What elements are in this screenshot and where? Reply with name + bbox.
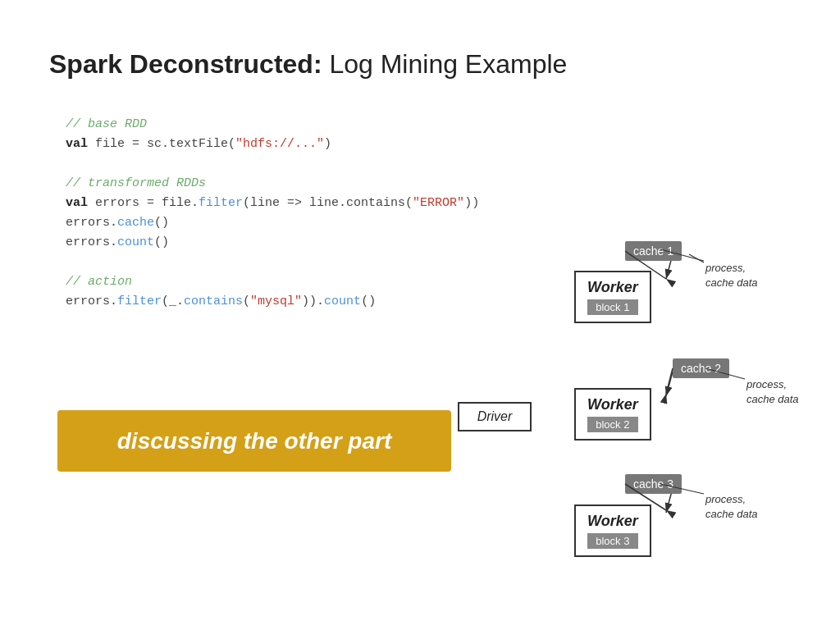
worker-group-3: Worker block 3 — [574, 504, 651, 557]
block-label-1: block 1 — [587, 299, 638, 315]
action-highlight-text: discussing the other part — [117, 428, 392, 454]
worker-box-3: Worker block 3 — [574, 504, 651, 557]
cache-badge-3: cache 3 — [625, 474, 682, 494]
svg-line-9 — [666, 368, 673, 394]
process-label-1: process,cache data — [705, 261, 758, 290]
worker-label-3: Worker — [587, 513, 638, 530]
title-bold: Spark Deconstructed: — [49, 49, 322, 79]
worker-group-1: Worker block 1 — [574, 271, 651, 323]
worker-box-1: Worker block 1 — [574, 271, 651, 323]
process-label-2: process,cache data — [746, 377, 799, 407]
block-label-2: block 2 — [587, 417, 638, 432]
code-line-file: val file = sc.textFile("hdfs://...") — [66, 135, 479, 154]
comment-transformed-rdds: // transformed RDDs — [66, 174, 479, 194]
worker-group-2: Worker block 2 — [574, 388, 651, 441]
driver-label: Driver — [477, 409, 513, 424]
cache-badge-1: cache 1 — [625, 241, 682, 261]
cache-badge-2: cache 2 — [673, 358, 729, 378]
comment-base-rdd: // base RDD — [66, 115, 479, 135]
comment-action: // action — [66, 272, 479, 292]
worker-label-2: Worker — [587, 396, 638, 413]
action-highlight-banner: discussing the other part — [57, 410, 451, 472]
block-label-3: block 3 — [587, 533, 638, 549]
page-title: Spark Deconstructed: Log Mining Example — [49, 49, 567, 80]
driver-box: Driver — [458, 402, 532, 431]
worker-label-1: Worker — [587, 279, 638, 296]
code-line-count: errors.count() — [66, 233, 479, 253]
process-label-3: process,cache data — [705, 492, 758, 522]
code-block: // base RDD val file = sc.textFile("hdfs… — [66, 115, 479, 312]
worker-box-2: Worker block 2 — [574, 388, 651, 441]
code-line-errors: val errors = file.filter(line => line.co… — [66, 194, 479, 213]
title-normal: Log Mining Example — [322, 49, 568, 79]
code-line-cache: errors.cache() — [66, 213, 479, 233]
code-line-filter-count: errors.filter(_.contains("mysql")).count… — [66, 292, 479, 312]
svg-line-3 — [689, 254, 704, 262]
svg-line-4 — [666, 372, 673, 396]
